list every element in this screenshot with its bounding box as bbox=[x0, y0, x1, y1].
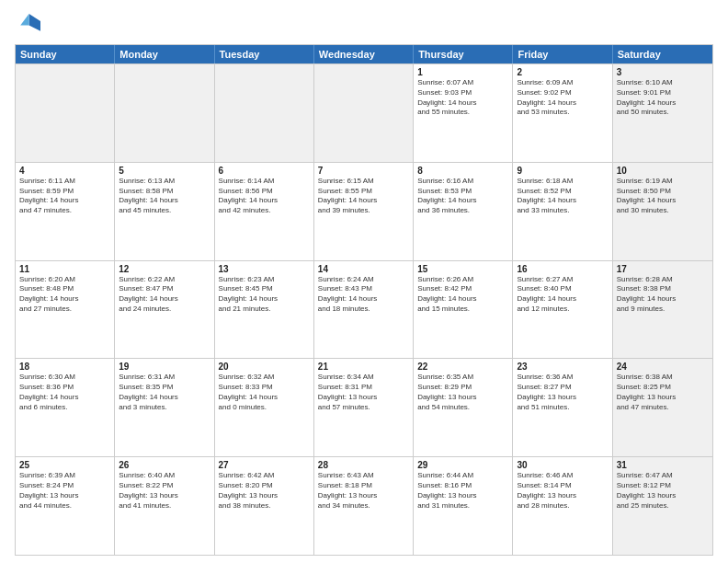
cell-info: Sunrise: 6:11 AM Sunset: 8:59 PM Dayligh… bbox=[19, 177, 110, 216]
day-number: 23 bbox=[517, 362, 608, 372]
cell-info: Sunrise: 6:15 AM Sunset: 8:55 PM Dayligh… bbox=[318, 177, 409, 216]
day-number: 11 bbox=[19, 264, 110, 274]
svg-marker-0 bbox=[29, 14, 40, 31]
calendar-cell: 12Sunrise: 6:22 AM Sunset: 8:47 PM Dayli… bbox=[115, 261, 214, 359]
day-number: 28 bbox=[318, 460, 409, 470]
calendar-cell: 28Sunrise: 6:43 AM Sunset: 8:18 PM Dayli… bbox=[314, 457, 414, 555]
cell-info: Sunrise: 6:16 AM Sunset: 8:53 PM Dayligh… bbox=[417, 177, 508, 216]
calendar-header-thursday: Thursday bbox=[414, 45, 513, 63]
day-number: 25 bbox=[19, 460, 110, 470]
calendar-cell: 1Sunrise: 6:07 AM Sunset: 9:03 PM Daylig… bbox=[414, 64, 513, 162]
calendar-cell: 14Sunrise: 6:24 AM Sunset: 8:43 PM Dayli… bbox=[314, 261, 414, 359]
day-number: 9 bbox=[517, 166, 608, 176]
day-number: 31 bbox=[617, 460, 709, 470]
day-number: 27 bbox=[219, 460, 310, 470]
day-number: 6 bbox=[219, 166, 310, 176]
calendar-header-monday: Monday bbox=[115, 45, 214, 63]
cell-info: Sunrise: 6:07 AM Sunset: 9:03 PM Dayligh… bbox=[417, 78, 508, 118]
calendar: SundayMondayTuesdayWednesdayThursdayFrid… bbox=[15, 44, 713, 556]
day-number: 12 bbox=[119, 264, 210, 274]
calendar-cell: 19Sunrise: 6:31 AM Sunset: 8:35 PM Dayli… bbox=[115, 359, 214, 456]
day-number: 30 bbox=[517, 460, 608, 470]
day-number: 7 bbox=[318, 166, 409, 176]
cell-info: Sunrise: 6:19 AM Sunset: 8:50 PM Dayligh… bbox=[617, 177, 709, 216]
cell-info: Sunrise: 6:36 AM Sunset: 8:27 PM Dayligh… bbox=[517, 373, 608, 412]
calendar-cell bbox=[314, 64, 414, 162]
calendar-cell: 8Sunrise: 6:16 AM Sunset: 8:53 PM Daylig… bbox=[414, 163, 513, 260]
cell-info: Sunrise: 6:34 AM Sunset: 8:31 PM Dayligh… bbox=[318, 373, 409, 412]
cell-info: Sunrise: 6:40 AM Sunset: 8:22 PM Dayligh… bbox=[119, 471, 210, 511]
page: SundayMondayTuesdayWednesdayThursdayFrid… bbox=[0, 0, 728, 563]
calendar-cell bbox=[115, 64, 214, 162]
calendar-header-wednesday: Wednesday bbox=[314, 45, 414, 63]
calendar-row-4: 18Sunrise: 6:30 AM Sunset: 8:36 PM Dayli… bbox=[16, 358, 712, 456]
day-number: 17 bbox=[617, 264, 709, 274]
calendar-body: 1Sunrise: 6:07 AM Sunset: 9:03 PM Daylig… bbox=[16, 63, 712, 555]
cell-info: Sunrise: 6:47 AM Sunset: 8:12 PM Dayligh… bbox=[617, 471, 709, 511]
cell-info: Sunrise: 6:18 AM Sunset: 8:52 PM Dayligh… bbox=[517, 177, 608, 216]
calendar-cell: 24Sunrise: 6:38 AM Sunset: 8:25 PM Dayli… bbox=[613, 359, 712, 456]
calendar-cell: 20Sunrise: 6:32 AM Sunset: 8:33 PM Dayli… bbox=[215, 359, 314, 456]
cell-info: Sunrise: 6:32 AM Sunset: 8:33 PM Dayligh… bbox=[219, 373, 310, 412]
calendar-cell: 13Sunrise: 6:23 AM Sunset: 8:45 PM Dayli… bbox=[215, 261, 314, 359]
day-number: 5 bbox=[119, 166, 210, 176]
cell-info: Sunrise: 6:24 AM Sunset: 8:43 PM Dayligh… bbox=[318, 275, 409, 315]
cell-info: Sunrise: 6:35 AM Sunset: 8:29 PM Dayligh… bbox=[417, 373, 508, 412]
day-number: 10 bbox=[617, 166, 709, 176]
day-number: 21 bbox=[318, 362, 409, 372]
day-number: 3 bbox=[617, 67, 709, 77]
calendar-row-1: 1Sunrise: 6:07 AM Sunset: 9:03 PM Daylig… bbox=[16, 63, 712, 162]
day-number: 15 bbox=[417, 264, 508, 274]
cell-info: Sunrise: 6:44 AM Sunset: 8:16 PM Dayligh… bbox=[417, 471, 508, 511]
calendar-cell: 17Sunrise: 6:28 AM Sunset: 8:38 PM Dayli… bbox=[613, 261, 712, 359]
day-number: 19 bbox=[119, 362, 210, 372]
day-number: 1 bbox=[417, 67, 508, 77]
day-number: 24 bbox=[617, 362, 709, 372]
cell-info: Sunrise: 6:31 AM Sunset: 8:35 PM Dayligh… bbox=[119, 373, 210, 412]
cell-info: Sunrise: 6:39 AM Sunset: 8:24 PM Dayligh… bbox=[19, 471, 110, 511]
calendar-header: SundayMondayTuesdayWednesdayThursdayFrid… bbox=[16, 45, 712, 63]
day-number: 16 bbox=[517, 264, 608, 274]
cell-info: Sunrise: 6:42 AM Sunset: 8:20 PM Dayligh… bbox=[219, 471, 310, 511]
cell-info: Sunrise: 6:26 AM Sunset: 8:42 PM Dayligh… bbox=[417, 275, 508, 315]
logo bbox=[15, 11, 44, 37]
calendar-cell: 31Sunrise: 6:47 AM Sunset: 8:12 PM Dayli… bbox=[613, 457, 712, 555]
header bbox=[15, 11, 713, 37]
calendar-cell: 26Sunrise: 6:40 AM Sunset: 8:22 PM Dayli… bbox=[115, 457, 214, 555]
cell-info: Sunrise: 6:14 AM Sunset: 8:56 PM Dayligh… bbox=[219, 177, 310, 216]
calendar-cell: 25Sunrise: 6:39 AM Sunset: 8:24 PM Dayli… bbox=[16, 457, 115, 555]
calendar-cell: 30Sunrise: 6:46 AM Sunset: 8:14 PM Dayli… bbox=[513, 457, 612, 555]
cell-info: Sunrise: 6:09 AM Sunset: 9:02 PM Dayligh… bbox=[517, 78, 608, 118]
cell-info: Sunrise: 6:22 AM Sunset: 8:47 PM Dayligh… bbox=[119, 275, 210, 315]
cell-info: Sunrise: 6:13 AM Sunset: 8:58 PM Dayligh… bbox=[119, 177, 210, 216]
day-number: 14 bbox=[318, 264, 409, 274]
calendar-cell bbox=[16, 64, 115, 162]
calendar-cell: 23Sunrise: 6:36 AM Sunset: 8:27 PM Dayli… bbox=[513, 359, 612, 456]
calendar-cell: 15Sunrise: 6:26 AM Sunset: 8:42 PM Dayli… bbox=[414, 261, 513, 359]
svg-marker-1 bbox=[20, 14, 28, 25]
calendar-cell: 6Sunrise: 6:14 AM Sunset: 8:56 PM Daylig… bbox=[215, 163, 314, 260]
calendar-cell bbox=[215, 64, 314, 162]
calendar-cell: 22Sunrise: 6:35 AM Sunset: 8:29 PM Dayli… bbox=[414, 359, 513, 456]
cell-info: Sunrise: 6:20 AM Sunset: 8:48 PM Dayligh… bbox=[19, 275, 110, 315]
day-number: 18 bbox=[19, 362, 110, 372]
calendar-header-saturday: Saturday bbox=[613, 45, 712, 63]
day-number: 20 bbox=[219, 362, 310, 372]
calendar-cell: 21Sunrise: 6:34 AM Sunset: 8:31 PM Dayli… bbox=[314, 359, 414, 456]
calendar-header-tuesday: Tuesday bbox=[215, 45, 314, 63]
calendar-cell: 18Sunrise: 6:30 AM Sunset: 8:36 PM Dayli… bbox=[16, 359, 115, 456]
day-number: 29 bbox=[417, 460, 508, 470]
calendar-cell: 9Sunrise: 6:18 AM Sunset: 8:52 PM Daylig… bbox=[513, 163, 612, 260]
day-number: 26 bbox=[119, 460, 210, 470]
calendar-cell: 11Sunrise: 6:20 AM Sunset: 8:48 PM Dayli… bbox=[16, 261, 115, 359]
calendar-header-sunday: Sunday bbox=[16, 45, 115, 63]
calendar-header-friday: Friday bbox=[513, 45, 612, 63]
cell-info: Sunrise: 6:10 AM Sunset: 9:01 PM Dayligh… bbox=[617, 78, 709, 118]
day-number: 13 bbox=[219, 264, 310, 274]
calendar-cell: 16Sunrise: 6:27 AM Sunset: 8:40 PM Dayli… bbox=[513, 261, 612, 359]
calendar-cell: 10Sunrise: 6:19 AM Sunset: 8:50 PM Dayli… bbox=[613, 163, 712, 260]
calendar-row-3: 11Sunrise: 6:20 AM Sunset: 8:48 PM Dayli… bbox=[16, 260, 712, 359]
cell-info: Sunrise: 6:43 AM Sunset: 8:18 PM Dayligh… bbox=[318, 471, 409, 511]
cell-info: Sunrise: 6:27 AM Sunset: 8:40 PM Dayligh… bbox=[517, 275, 608, 315]
day-number: 2 bbox=[517, 67, 608, 77]
